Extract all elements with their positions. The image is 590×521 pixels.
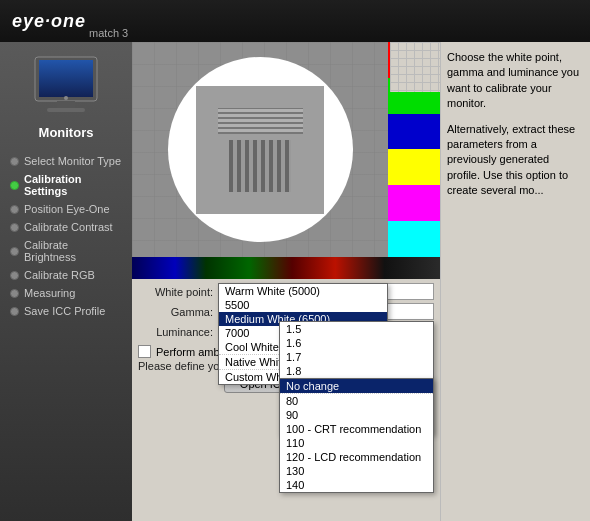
sidebar-item-label: Calibration Settings [24, 173, 122, 197]
sidebar: Monitors Select Monitor Type Calibration… [0, 42, 132, 521]
sidebar-item-label: Select Monitor Type [24, 155, 121, 167]
pattern-box [196, 86, 324, 214]
body: Monitors Select Monitor Type Calibration… [0, 42, 590, 521]
swatch-blue [388, 114, 440, 150]
sidebar-item-label: Position Eye-One [24, 203, 110, 215]
app-window: eye·one match 3 [0, 0, 590, 521]
gamma-item-18[interactable]: 1.8 [280, 364, 433, 378]
right-info-panel: Choose the white point, gamma and lumina… [440, 42, 590, 521]
sidebar-item-calibrate-rgb[interactable]: Calibrate RGB [5, 266, 127, 284]
ambient-checkbox[interactable] [138, 345, 151, 358]
lum-item-120[interactable]: 120 - LCD recommendation [280, 450, 433, 464]
sidebar-item-select-monitor[interactable]: Select Monitor Type [5, 152, 127, 170]
vertical-lines-pattern [229, 140, 291, 192]
sidebar-item-position-eye-one[interactable]: Position Eye-One [5, 200, 127, 218]
sidebar-title: Monitors [39, 125, 94, 140]
lum-item-140[interactable]: 140 [280, 478, 433, 492]
wp-item-warm-white[interactable]: Warm White (5000) [219, 284, 387, 298]
grid-area [132, 42, 388, 257]
dot-indicator [10, 247, 19, 256]
calibration-visual [132, 42, 440, 257]
bottom-controls-area: White point: Warm White (5000) 5500 Medi… [132, 257, 440, 521]
svg-rect-4 [47, 108, 85, 112]
gamma-label: Gamma: [138, 306, 218, 318]
lum-item-90[interactable]: 90 [280, 408, 433, 422]
dot-indicator [10, 181, 19, 190]
corner-decoration [390, 42, 440, 92]
lum-item-80[interactable]: 80 [280, 393, 433, 408]
logo-text: eye·one [12, 11, 86, 32]
monitor-icon [27, 52, 105, 119]
sidebar-item-label: Save ICC Profile [24, 305, 105, 317]
lum-item-100[interactable]: 100 - CRT recommendation [280, 422, 433, 436]
calibration-circle [168, 57, 353, 242]
logo-sub: match 3 [89, 27, 128, 42]
header: eye·one match 3 [0, 0, 590, 42]
lum-item-130[interactable]: 130 [280, 464, 433, 478]
dot-indicator [10, 289, 19, 298]
right-panel-text2: Alternatively, extract these parameters … [447, 122, 584, 199]
luminance-dropdown[interactable]: No change 80 90 100 - CRT recommendation… [279, 378, 434, 493]
sidebar-item-save-icc[interactable]: Save ICC Profile [5, 302, 127, 320]
lum-item-no-change[interactable]: No change [280, 379, 433, 393]
right-panel-text1: Choose the white point, gamma and lumina… [447, 50, 584, 112]
svg-rect-3 [57, 101, 75, 108]
sidebar-item-label: Calibrate RGB [24, 269, 95, 281]
wp-item-5500[interactable]: 5500 [219, 298, 387, 312]
white-point-label: White point: [138, 286, 218, 298]
dot-indicator [10, 205, 19, 214]
sidebar-item-calibration-settings[interactable]: Calibration Settings [5, 170, 127, 200]
sidebar-item-label: Measuring [24, 287, 75, 299]
sidebar-item-measuring[interactable]: Measuring [5, 284, 127, 302]
sidebar-item-label: Calibrate Contrast [24, 221, 113, 233]
dot-indicator [10, 271, 19, 280]
svg-rect-2 [39, 60, 93, 97]
gamma-item-15[interactable]: 1.5 [280, 322, 433, 336]
swatch-cyan [388, 221, 440, 257]
dot-indicator [10, 307, 19, 316]
white-point-row: White point: Warm White (5000) 5500 Medi… [138, 283, 434, 300]
dot-indicator [10, 157, 19, 166]
color-gradient-bar [132, 257, 440, 279]
gamma-item-16[interactable]: 1.6 [280, 336, 433, 350]
swatch-magenta [388, 185, 440, 221]
horizontal-lines-pattern [218, 108, 303, 134]
sidebar-menu: Select Monitor Type Calibration Settings… [0, 152, 132, 320]
svg-point-5 [64, 96, 68, 100]
center-column: White point: Warm White (5000) 5500 Medi… [132, 42, 440, 521]
luminance-label: Luminance: [138, 326, 218, 338]
gamma-item-17[interactable]: 1.7 [280, 350, 433, 364]
lum-item-110[interactable]: 110 [280, 436, 433, 450]
swatch-yellow [388, 149, 440, 185]
dot-indicator [10, 223, 19, 232]
sidebar-item-calibrate-contrast[interactable]: Calibrate Contrast [5, 218, 127, 236]
settings-form: White point: Warm White (5000) 5500 Medi… [132, 279, 440, 344]
sidebar-item-label: Calibrate Brightness [24, 239, 122, 263]
sidebar-item-calibrate-brightness[interactable]: Calibrate Brightness [5, 236, 127, 266]
